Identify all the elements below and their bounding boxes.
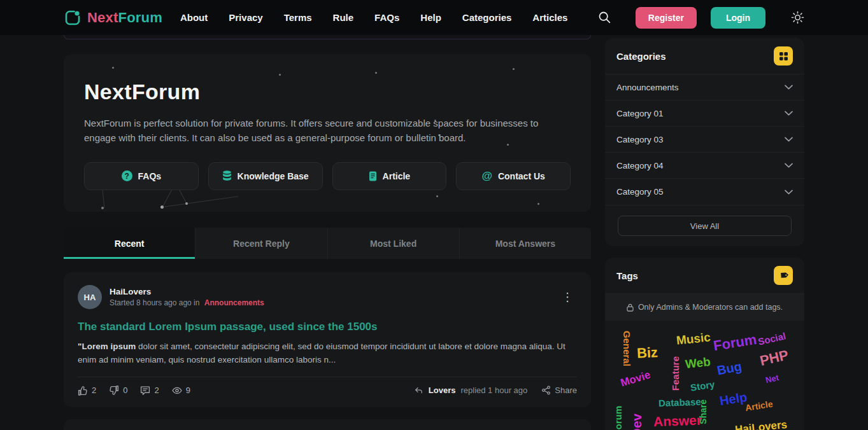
brand-logo[interactable]: NextForum	[64, 9, 162, 27]
comments-button[interactable]: 2	[140, 385, 159, 396]
tags-notice: Only Admins & Moderators can add tags.	[605, 294, 804, 321]
hero-card: NextForum NextForum is perfect solution …	[64, 54, 591, 212]
replied-timestamp: replied 1 hour ago	[460, 385, 527, 395]
tab-recent-reply[interactable]: Recent Reply	[195, 228, 327, 259]
tag-help[interactable]: Help	[718, 390, 748, 408]
sidebar: Categories Announcements Category 01 Cat…	[605, 38, 804, 430]
categories-widget: Categories Announcements Category 01 Cat…	[605, 38, 804, 246]
category-row-announcements[interactable]: Announcements	[605, 74, 804, 101]
chevron-down-icon	[785, 85, 793, 90]
nav-item-about[interactable]: About	[180, 12, 208, 23]
faqs-button[interactable]: ? FAQs	[84, 162, 199, 190]
post-list-tabs: Recent Recent Reply Most Liked Most Answ…	[64, 228, 591, 259]
hero-title: NextForum	[84, 80, 571, 104]
tag-database[interactable]: Database	[658, 396, 701, 408]
category-row-04[interactable]: Category 04	[605, 153, 804, 179]
tab-most-liked[interactable]: Most Liked	[327, 228, 459, 259]
category-row-05[interactable]: Category 05	[605, 179, 804, 205]
views-counter: 9	[172, 385, 190, 396]
reply-icon	[414, 385, 423, 395]
hero-description: NextForum is perfect solution for privat…	[84, 116, 568, 146]
hero-buttons: ? FAQs Knowledge Base	[84, 162, 571, 190]
tag-net[interactable]: Net	[765, 373, 780, 385]
nav-item-categories[interactable]: Categories	[462, 12, 512, 23]
brand-name: NextForum	[87, 10, 162, 26]
tag-php[interactable]: PHP	[758, 347, 790, 370]
article-button[interactable]: Article	[332, 162, 447, 190]
post-category-link[interactable]: Announcements	[204, 298, 264, 307]
post-title-link[interactable]: The standard Lorem Ipsum passage, used s…	[78, 321, 577, 333]
tag-web[interactable]: Web	[685, 355, 711, 371]
tag-dev[interactable]: Dev	[629, 413, 644, 430]
main-column: NextForum NextForum is perfect solution …	[64, 35, 591, 430]
tag-forum[interactable]: Forum	[712, 331, 758, 354]
tag-article[interactable]: Article	[744, 399, 774, 413]
theme-toggle-button[interactable]	[791, 11, 804, 24]
replier-link[interactable]: Lovers	[429, 385, 456, 395]
tag-icon[interactable]	[774, 266, 793, 285]
main-nav: About Privacy Terms Rule FAQs Help Categ…	[180, 12, 567, 24]
login-button[interactable]: Login	[711, 7, 765, 29]
post-excerpt: "Lorem ipsum dolor sit amet, consectetur…	[78, 340, 577, 367]
post-divider	[78, 377, 577, 377]
contact-us-button[interactable]: @ Contact Us	[456, 162, 571, 190]
tag-movie[interactable]: Movie	[619, 368, 652, 389]
next-post-card-edge	[64, 419, 591, 430]
search-icon	[598, 11, 611, 24]
tag-general[interactable]: General	[622, 331, 632, 366]
tag-feature[interactable]: Feature	[670, 356, 681, 391]
tag-story[interactable]: Story	[690, 378, 716, 393]
top-navbar: NextForum About Privacy Terms Rule FAQs …	[0, 0, 868, 35]
tag-biz[interactable]: Biz	[636, 344, 658, 362]
nav-item-privacy[interactable]: Privacy	[229, 12, 262, 23]
nav-item-rule[interactable]: Rule	[333, 12, 354, 23]
categories-title: Categories	[616, 51, 666, 62]
tag-cloud: General Biz Music Forum Social Web PHP B…	[605, 321, 804, 430]
sun-icon	[791, 11, 804, 24]
dislike-button[interactable]: 0	[109, 385, 127, 396]
chevron-down-icon	[785, 190, 793, 195]
post-card: HA HaiLovers Started 8 hours ago ago in …	[64, 272, 591, 407]
post-meta: Started 8 hours ago ago in Announcements	[110, 298, 264, 307]
question-icon: ?	[122, 170, 132, 181]
like-button[interactable]: 2	[78, 385, 96, 396]
database-icon	[222, 170, 232, 181]
chevron-down-icon	[785, 163, 793, 168]
brand-logo-icon	[64, 9, 82, 27]
category-row-01[interactable]: Category 01	[605, 101, 804, 127]
view-all-button[interactable]: View All	[618, 216, 792, 236]
tab-recent[interactable]: Recent	[64, 228, 195, 259]
register-button[interactable]: Register	[636, 7, 697, 29]
eye-icon	[172, 385, 182, 396]
thumbs-down-icon	[109, 385, 119, 396]
tab-most-answers[interactable]: Most Answers	[459, 228, 591, 259]
grid-icon[interactable]	[774, 46, 793, 66]
avatar[interactable]: HA	[78, 285, 102, 309]
tag-forum-vertical[interactable]: Forum	[613, 406, 623, 430]
share-button[interactable]: Share	[541, 385, 577, 395]
tag-hailovers[interactable]: HaiLovers	[734, 419, 788, 430]
tag-answer[interactable]: Answer	[653, 413, 702, 430]
document-icon	[369, 171, 377, 181]
kebab-menu-icon[interactable]: ⋮	[558, 290, 577, 304]
chevron-down-icon	[785, 137, 793, 142]
nav-item-terms[interactable]: Terms	[284, 12, 312, 23]
chevron-down-icon	[785, 111, 793, 116]
lock-icon	[627, 303, 634, 312]
tag-music[interactable]: Music	[676, 330, 711, 348]
scrolled-card-edge	[64, 35, 591, 39]
nav-item-articles[interactable]: Articles	[532, 12, 567, 23]
share-icon	[541, 385, 551, 395]
nav-item-faqs[interactable]: FAQs	[374, 12, 399, 23]
tag-bug[interactable]: Bug	[716, 359, 743, 378]
knowledge-base-button[interactable]: Knowledge Base	[208, 162, 323, 190]
tag-social[interactable]: Social	[757, 330, 787, 347]
tags-widget: Tags Only Admins	[605, 258, 804, 430]
nav-item-help[interactable]: Help	[420, 12, 441, 23]
search-button[interactable]	[598, 11, 611, 24]
comment-icon	[140, 385, 150, 396]
at-sign-icon: @	[481, 170, 492, 183]
thumbs-up-icon	[78, 385, 88, 396]
category-row-03[interactable]: Category 03	[605, 127, 804, 153]
post-author[interactable]: HaiLovers	[110, 287, 264, 296]
